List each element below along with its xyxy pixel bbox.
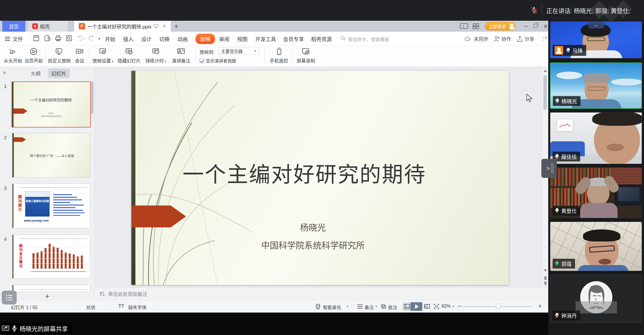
sidebar-scrollbar[interactable]	[91, 81, 94, 114]
participant-tile[interactable]: 郭强	[550, 222, 642, 271]
menu-item-transition[interactable]: 切换	[159, 35, 170, 43]
print-icon[interactable]	[55, 35, 62, 42]
show-on-label: 放映到:	[200, 48, 214, 55]
menu-item-insert[interactable]: 插入	[123, 35, 133, 43]
menu-item-animation[interactable]: 动画	[177, 35, 188, 43]
export-icon[interactable]	[44, 35, 51, 42]
zoom-slider-knob[interactable]	[496, 304, 501, 309]
tab-outline[interactable]: 大纲	[27, 68, 44, 78]
menu-item-membership[interactable]: 会员专享	[283, 35, 304, 43]
share-button[interactable]: 分享	[524, 35, 534, 42]
participant-name-chip: 钟涓丹	[553, 311, 580, 320]
chevron-down-icon[interactable]: ▾	[424, 304, 426, 308]
new-tab-button[interactable]: +	[174, 22, 178, 30]
hamburger-icon	[5, 37, 10, 41]
slideshow-settings-button[interactable]: 放映设置 ▾	[91, 47, 114, 64]
beautify-button[interactable]: 智能美化	[323, 304, 341, 311]
minimize-icon[interactable]: ─	[524, 23, 528, 29]
slide-canvas[interactable]: 一个主编对好研究的期待 杨晓光 中国科学院系统科学研究所	[131, 71, 509, 285]
search-input[interactable]: 查找命令、搜索模板	[348, 36, 389, 43]
play-from-start-button[interactable]: 从头开始	[3, 47, 22, 64]
slide-affiliation[interactable]: 中国科学院系统科学研究所	[124, 238, 502, 251]
slide-title[interactable]: 一个主编对好研究的期待	[116, 157, 493, 188]
speaker-notes-button[interactable]: 演讲备注	[170, 47, 193, 64]
save-icon[interactable]	[33, 35, 40, 42]
redo-icon[interactable]	[88, 35, 95, 42]
menu-item-view[interactable]: 视图	[237, 35, 248, 43]
svg-text:1: 1	[463, 24, 464, 28]
slide-thumbnail-1[interactable]: 一个主编对好研究的期待 杨晓光 中国科学院系统科学研究所	[12, 81, 91, 127]
undo-icon[interactable]	[76, 35, 83, 42]
hide-slide-button[interactable]: 隐藏幻灯片	[116, 47, 142, 64]
single-window-icon[interactable]: 1	[460, 23, 469, 29]
notes-bar[interactable]: 单击此处添加备注	[95, 287, 548, 300]
tab-docer[interactable]: V 稻壳	[28, 21, 68, 32]
view-normal-button[interactable]	[402, 302, 411, 311]
mini-chart-bar	[73, 254, 75, 269]
collapse-videos-button[interactable]: ︿	[588, 22, 604, 28]
slide-editor: 一个主编对好研究的期待 杨晓光 中国科学院系统科学研究所	[95, 67, 548, 287]
caret-up-icon: ▴	[347, 304, 348, 308]
participant-tile[interactable]: ⌄ 钟涓丹	[550, 275, 642, 323]
slide-thumbnail-3[interactable]: 期刊简介 系统工程理论与实践 www.sysengi.com	[12, 184, 90, 228]
meeting-button[interactable]: 会议	[72, 47, 87, 64]
phone-remote-button[interactable]: 手机遥控	[268, 47, 290, 64]
display-select[interactable]: 主要显示器▾	[218, 47, 259, 55]
quick-list-button[interactable]	[2, 291, 17, 304]
panel-collapse-handle[interactable]: >	[541, 159, 557, 178]
tab-slides[interactable]: 幻灯片	[48, 68, 70, 78]
present-icon[interactable]	[154, 24, 159, 28]
tab-document[interactable]: P 一个主编对好研究的期待.pptx ✕	[74, 21, 171, 32]
participant-tile[interactable]: 聂佳佳	[550, 112, 642, 164]
slideshow-play-button[interactable]	[410, 302, 422, 311]
menu-item-start[interactable]: 开始	[105, 35, 115, 43]
quickbar-more-icon[interactable]: ▾	[98, 36, 100, 41]
mini-chart-gridline	[31, 253, 86, 253]
collaborate-button[interactable]: 协作	[501, 35, 511, 42]
zoom-in-button[interactable]: +	[538, 302, 542, 310]
tab-home[interactable]: 首页	[2, 21, 25, 32]
scroll-up-icon[interactable]	[544, 70, 547, 72]
slide-author[interactable]: 杨晓光	[124, 220, 502, 233]
participant-tile[interactable]: 黄登仕	[550, 168, 642, 218]
comments-button[interactable]: 批注	[388, 304, 397, 311]
cloud	[611, 79, 642, 85]
drag-grip-icon	[551, 163, 552, 173]
file-menu[interactable]: 文件	[5, 35, 23, 43]
print-preview-icon[interactable]	[66, 35, 72, 42]
play-from-current-button[interactable]: 当页开始	[24, 47, 43, 64]
menu-item-review[interactable]: 审阅	[219, 35, 229, 43]
rehearse-timing-button[interactable]: 排练计时 ▾	[144, 47, 168, 64]
collapse-panel-icon[interactable]: «	[3, 69, 6, 76]
notes-toggle[interactable]: 备注	[365, 304, 374, 311]
theme-name[interactable]: 丝状	[86, 304, 95, 311]
close-window-icon[interactable]: ✕	[543, 23, 548, 30]
sync-status[interactable]: 未同步	[474, 35, 488, 42]
menu-item-slideshow-active[interactable]: 放映	[195, 34, 215, 44]
scroll-down-icon[interactable]	[544, 269, 547, 272]
undo-dropdown-icon[interactable]: ▾	[84, 37, 86, 41]
mic-speaking-icon	[555, 261, 559, 266]
menu-item-devtools[interactable]: 开发工具	[255, 35, 276, 43]
fit-screen-icon[interactable]	[434, 304, 439, 309]
mini-chart-gridline	[31, 248, 86, 248]
slide-thumbnail-4[interactable]: 期刊发文情况	[12, 235, 90, 279]
missing-font-label[interactable]: 缺失字体	[128, 304, 147, 311]
scroll-more-participants-button[interactable]: ⌄	[576, 301, 617, 313]
login-button[interactable]: 立即登录	[485, 22, 516, 31]
slide-thumbnail-2[interactable]: 两个期刊的“广告” ——众人拾柴	[12, 133, 90, 178]
custom-slideshow-button[interactable]: 自定义放映	[47, 47, 71, 64]
cloud-sync-icon[interactable]	[464, 35, 471, 42]
presenter-view-checkbox[interactable]: 显示演讲者视图	[200, 58, 236, 64]
close-tab-icon[interactable]: ✕	[162, 24, 166, 29]
menu-item-design[interactable]: 设计	[141, 35, 152, 43]
collapse-ribbon-icon[interactable]: ∧	[544, 35, 547, 40]
participant-tile-active-speaker[interactable]: 杨晓光	[550, 62, 642, 109]
menu-item-docer-resources[interactable]: 稻壳资源	[311, 35, 332, 43]
participant-tile[interactable]: ︿ 马锋	[550, 21, 642, 58]
zoom-level[interactable]: 82%	[442, 304, 451, 309]
screen-record-button[interactable]: 屏幕录制	[295, 47, 317, 64]
grid-windows-icon[interactable]	[473, 23, 479, 29]
slide-thumbnail-5[interactable]	[12, 285, 90, 292]
mini-chart-bar	[41, 251, 43, 269]
